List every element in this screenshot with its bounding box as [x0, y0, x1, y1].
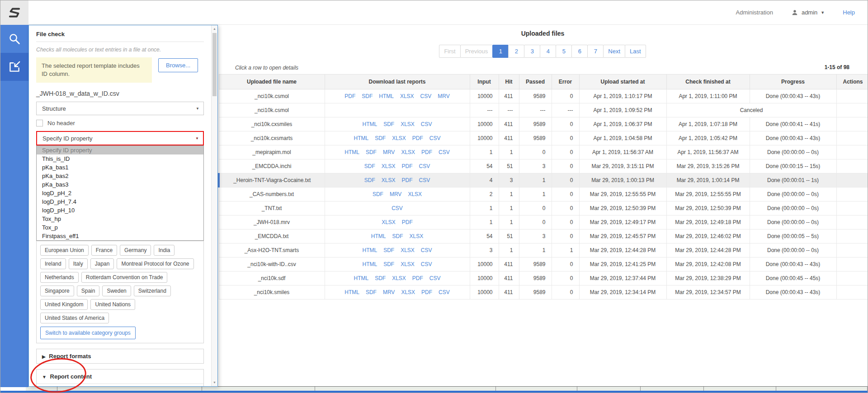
report-link-sdf[interactable]: SDF	[375, 275, 386, 281]
category-chip[interactable]: Germany	[120, 245, 151, 256]
sidebar-item-file-check[interactable]	[0, 53, 28, 81]
category-chip[interactable]: Rotterdam Convention on Trade	[81, 272, 168, 283]
scroll-up-icon[interactable]: ▲	[212, 26, 217, 32]
pagination-button-2[interactable]: 2	[508, 45, 524, 58]
report-link-xlsx[interactable]: XLSX	[401, 247, 415, 253]
report-link-csv[interactable]: CSV	[439, 289, 450, 295]
table-row[interactable]: _TNT.txtCSV1100Mar 29, 2019, 12:50:39 PM…	[219, 201, 868, 215]
table-row[interactable]: _nci10k.cxsmartsHTMLSDFXLSXPDFCSV1000041…	[219, 131, 868, 145]
pagination-button-next[interactable]: Next	[603, 45, 625, 58]
table-row[interactable]: _CAS-numbers.txtSDFMRVXLSX2110Mar 29, 20…	[219, 187, 868, 201]
user-menu[interactable]: admin ▼	[791, 9, 825, 16]
report-link-xlsx[interactable]: XLSX	[382, 177, 396, 183]
category-chip[interactable]: India	[154, 245, 175, 256]
category-chip[interactable]: Spain	[77, 285, 100, 296]
report-link-xlsx[interactable]: XLSX	[382, 163, 396, 169]
table-row[interactable]: _nci10k.cxsmilesHTMLSDFXLSXCSV1000041195…	[219, 117, 868, 131]
report-link-mrv[interactable]: MRV	[390, 191, 401, 197]
report-link-csv[interactable]: CSV	[421, 261, 432, 267]
scroll-down-icon[interactable]: ▼	[212, 379, 217, 386]
report-link-xlsx[interactable]: XLSX	[392, 135, 406, 141]
id-property-option[interactable]: pKa_bas2	[37, 172, 203, 180]
report-link-sdf[interactable]: SDF	[392, 233, 403, 239]
category-chip[interactable]: United Kingdom	[40, 299, 88, 310]
id-property-option[interactable]: logD_pH_2	[37, 189, 203, 197]
category-chip[interactable]: Switzerland	[134, 285, 171, 296]
report-link-csv[interactable]: CSV	[429, 275, 441, 281]
report-link-sdf[interactable]: SDF	[375, 135, 386, 141]
report-link-sdf[interactable]: SDF	[362, 93, 373, 99]
category-chip[interactable]: Italy	[69, 258, 88, 269]
report-link-xlsx[interactable]: XLSX	[401, 261, 415, 267]
id-property-option[interactable]: Tox_p	[37, 223, 203, 232]
report-link-html[interactable]: HTML	[371, 233, 386, 239]
table-row[interactable]: _EMCDDA.txtHTMLSDFXLSX545130Mar 29, 2019…	[219, 229, 868, 243]
id-property-option[interactable]: pKa_bas3	[37, 180, 203, 189]
report-link-sdf[interactable]: SDF	[366, 149, 377, 155]
report-link-xlsx[interactable]: XLSX	[400, 93, 414, 99]
report-link-sdf[interactable]: SDF	[364, 163, 375, 169]
report-link-csv[interactable]: CSV	[420, 93, 432, 99]
pagination-button-1[interactable]: 1	[492, 45, 509, 58]
report-link-xlsx[interactable]: XLSX	[408, 191, 422, 197]
report-link-pdf[interactable]: PDF	[402, 219, 413, 225]
table-row[interactable]: _Heroin-TNT-Viagra-Cocaine.txtSDFXLSXPDF…	[219, 173, 868, 187]
category-chip[interactable]: Montreal Protocol for Ozone	[117, 258, 193, 269]
report-link-mrv[interactable]: MRV	[383, 289, 395, 295]
switch-category-groups-button[interactable]: Switch to available category groups	[40, 327, 136, 339]
administration-link[interactable]: Administration	[736, 9, 773, 16]
report-link-mrv[interactable]: MRV	[383, 149, 395, 155]
pagination-button-6[interactable]: 6	[571, 45, 588, 58]
report-content-header[interactable]: ▼ Report content	[37, 370, 203, 384]
report-link-pdf[interactable]: PDF	[412, 275, 423, 281]
category-chip[interactable]: Sweden	[102, 285, 131, 296]
report-link-html[interactable]: HTML	[362, 261, 377, 267]
report-link-xlsx[interactable]: XLSX	[409, 233, 423, 239]
report-link-html[interactable]: HTML	[362, 121, 377, 127]
report-link-mrv[interactable]: MRV	[438, 93, 449, 99]
report-link-html[interactable]: HTML	[354, 275, 368, 281]
id-property-option[interactable]: logD_pH_10	[37, 206, 203, 215]
help-link[interactable]: Help	[843, 9, 855, 16]
table-row[interactable]: _nci10k.sdfHTMLSDFXLSXPDFCSV100004119589…	[219, 271, 868, 285]
report-link-sdf[interactable]: SDF	[364, 177, 375, 183]
report-link-csv[interactable]: CSV	[421, 121, 432, 127]
pagination-button-3[interactable]: 3	[524, 45, 540, 58]
report-link-csv[interactable]: CSV	[421, 247, 432, 253]
category-chip[interactable]: Singapore	[40, 285, 74, 296]
report-link-html[interactable]: HTML	[344, 289, 359, 295]
table-row[interactable]: _nci10k.smilesHTMLSDFMRVXLSXPDFCSV100004…	[219, 285, 868, 299]
table-row[interactable]: _mepirapim.molHTMLSDFMRVXLSXPDFCSV1100Ap…	[219, 145, 868, 159]
table-row[interactable]: _JWH-018.mrvXLSXPDF1100Mar 29, 2019, 12:…	[219, 215, 868, 229]
pagination-button-5[interactable]: 5	[556, 45, 572, 58]
pagination-button-7[interactable]: 7	[587, 45, 604, 58]
category-chip[interactable]: Japan	[90, 258, 114, 269]
report-link-html[interactable]: HTML	[362, 247, 377, 253]
id-property-select[interactable]: Specify ID property ▼	[36, 131, 204, 145]
id-property-option[interactable]: Firstpass_eff1	[37, 232, 203, 240]
report-link-csv[interactable]: CSV	[439, 149, 450, 155]
sidebar-item-search[interactable]	[0, 25, 28, 53]
category-chip[interactable]: France	[91, 245, 117, 256]
table-row[interactable]: _Asx-H2O-TNT.smartsHTMLSDFXLSXCSV3111Mar…	[219, 243, 868, 257]
report-link-csv[interactable]: CSV	[392, 205, 403, 211]
report-link-html[interactable]: HTML	[354, 135, 368, 141]
table-row[interactable]: _nci10k.csmolPDFSDFHTMLXLSXCSVMRV1000041…	[219, 89, 868, 103]
report-link-sdf[interactable]: SDF	[373, 191, 383, 197]
report-link-pdf[interactable]: PDF	[412, 135, 423, 141]
category-chip[interactable]: United States of America	[40, 313, 109, 323]
browse-button[interactable]: Browse...	[158, 58, 198, 72]
report-link-xlsx[interactable]: XLSX	[401, 289, 415, 295]
report-link-csv[interactable]: CSV	[419, 163, 430, 169]
structure-select[interactable]: Structure ▼	[36, 102, 204, 115]
pagination-button-last[interactable]: Last	[625, 45, 646, 58]
pagination-button-4[interactable]: 4	[540, 45, 556, 58]
id-property-option[interactable]: This_is_ID	[37, 154, 203, 163]
id-property-option[interactable]: logD_pH_7.4	[37, 197, 203, 206]
report-link-sdf[interactable]: SDF	[366, 289, 377, 295]
no-header-checkbox[interactable]	[36, 120, 43, 126]
id-property-option[interactable]: pKa_bas1	[37, 163, 203, 172]
app-logo[interactable]	[0, 0, 28, 25]
category-chip[interactable]: Netherlands	[40, 272, 79, 283]
report-link-pdf[interactable]: PDF	[421, 149, 432, 155]
